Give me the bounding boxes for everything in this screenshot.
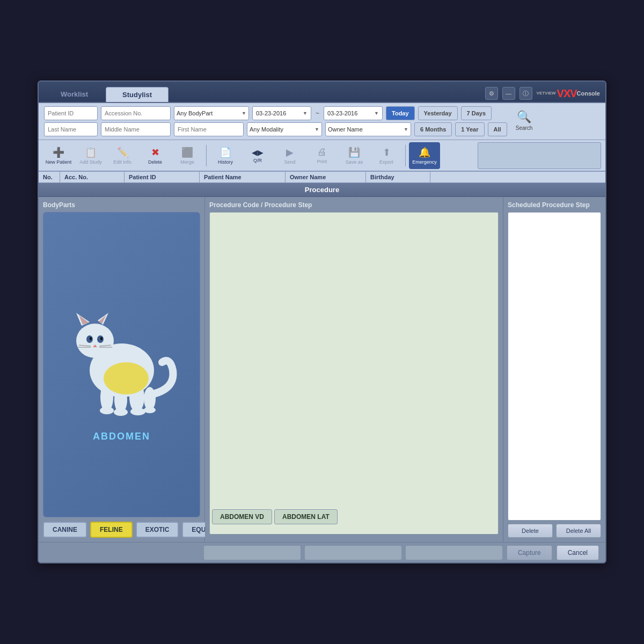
feline-tab[interactable]: FELINE [90, 522, 133, 538]
scheduled-list [508, 212, 601, 521]
merge-icon: ⬛ [181, 147, 193, 158]
minimize-button[interactable]: — [502, 87, 515, 100]
bodyparts-label: BodyParts [43, 201, 200, 209]
edit-info-label: Edit Info. [113, 159, 133, 165]
1year-button[interactable]: 1 Year [455, 122, 484, 136]
proc-code-items: ABDOMEN VD ABDOMEN LAT [210, 507, 498, 526]
ownername-dropdown[interactable]: Owner Name ▼ [325, 122, 411, 136]
bodypart-dropdown[interactable]: Any BodyPart ▼ [174, 106, 249, 120]
new-patient-button[interactable]: ➕ New Patient [43, 142, 74, 169]
brand-console: Console [577, 90, 600, 97]
search-row-1: Any BodyPart ▼ 03-23-2016 ▼ ~ 03-23-2016… [44, 106, 507, 120]
svg-point-7 [97, 335, 104, 343]
col-pname: Patient Name [200, 172, 286, 182]
proc-code-label: Procedure Code / Procedure Step [209, 201, 499, 209]
emergency-icon: 🔔 [419, 147, 430, 158]
search-bar: Any BodyPart ▼ 03-23-2016 ▼ ~ 03-23-2016… [39, 103, 605, 140]
proc-code-abdomen-lat[interactable]: ABDOMEN LAT [274, 509, 338, 524]
accession-no-input[interactable] [101, 106, 171, 120]
exotic-tab[interactable]: EXOTIC [136, 522, 179, 538]
svg-point-22 [114, 408, 128, 416]
svg-rect-15 [101, 354, 113, 365]
scheduled-label: Scheduled Procedure Step [508, 201, 601, 209]
sched-delete-button[interactable]: Delete [508, 524, 553, 538]
delete-label: Delete [148, 159, 162, 165]
svg-point-24 [144, 407, 156, 413]
send-button[interactable]: ▶ Send [274, 142, 305, 169]
add-study-icon: 📋 [85, 147, 97, 158]
toolbar-sep-1 [206, 145, 207, 166]
edit-info-button[interactable]: ✏️ Edit Info. [107, 142, 138, 169]
svg-point-23 [130, 408, 145, 415]
print-button[interactable]: 🖨 Print [306, 142, 338, 169]
col-acc: Acc. No. [60, 172, 125, 182]
canine-tab[interactable]: CANINE [43, 522, 87, 538]
lastname-input[interactable] [44, 122, 98, 136]
svg-point-21 [100, 407, 114, 414]
modality-dropdown[interactable]: Any Modality ▼ [247, 122, 322, 136]
tab-worklist[interactable]: Worklist [44, 86, 105, 102]
yesterday-button[interactable]: Yesterday [418, 106, 458, 120]
save-as-icon: 💾 [348, 147, 360, 158]
qr-icon: ◀▶ [252, 148, 264, 157]
cancel-button[interactable]: Cancel [557, 545, 599, 560]
procedure-title: Procedure [39, 183, 605, 197]
print-icon: 🖨 [317, 147, 327, 158]
search-row-2: Any Modality ▼ Owner Name ▼ 6 Months 1 Y… [44, 122, 507, 136]
save-as-button[interactable]: 💾 Save as [339, 142, 370, 169]
svg-point-8 [90, 337, 92, 340]
brand-vxv: VXV [557, 87, 577, 100]
col-bday: Birthday [366, 172, 430, 182]
toolbar-sep-2 [405, 145, 406, 166]
qr-label: Q/R [253, 158, 262, 163]
middlename-input[interactable] [101, 122, 171, 136]
bodyparts-panel: BodyParts [39, 197, 205, 542]
sched-delete-all-button[interactable]: Delete All [556, 524, 601, 538]
add-study-label: Add Study [79, 159, 102, 165]
new-patient-label: New Patient [46, 159, 72, 165]
bodypart-dropdown-arrow: ▼ [241, 111, 246, 116]
7days-button[interactable]: 7 Days [461, 106, 492, 120]
animal-name-label: ABDOMEN [93, 431, 150, 442]
proc-code-abdomen-vd[interactable]: ABDOMEN VD [212, 509, 272, 524]
bottom-progress-1 [204, 546, 301, 560]
tab-bar: Worklist Studylist ⚙ — ⓘ VETVIEW VXV Con… [39, 82, 605, 103]
history-icon: 📄 [219, 147, 231, 158]
export-icon: ⬆ [383, 147, 391, 158]
export-button[interactable]: ⬆ Export [371, 142, 402, 169]
history-button[interactable]: 📄 History [210, 142, 241, 169]
procedure-section: Procedure BodyParts [39, 183, 605, 542]
settings-button[interactable]: ⚙ [485, 87, 498, 100]
proc-code-empty-area [210, 213, 498, 507]
preview-panel [478, 142, 601, 169]
capture-button[interactable]: Capture [507, 545, 552, 560]
delete-button[interactable]: ✖ Delete [140, 142, 171, 169]
bottom-progress-2 [305, 546, 401, 560]
firstname-input[interactable] [174, 122, 244, 136]
search-button[interactable]: 🔍 Search [510, 106, 538, 134]
animal-type-tabs: CANINE FELINE EXOTIC EQUINE [43, 522, 200, 538]
date-to-input[interactable]: 03-23-2016 ▼ [324, 106, 383, 120]
all-button[interactable]: All [488, 122, 507, 136]
send-icon: ▶ [286, 147, 294, 158]
add-study-button[interactable]: 📋 Add Study [75, 142, 106, 169]
merge-button[interactable]: ⬛ Merge [172, 142, 203, 169]
today-button[interactable]: Today [386, 106, 415, 120]
tab-studylist[interactable]: Studylist [106, 87, 169, 102]
search-rows-wrapper: Any BodyPart ▼ 03-23-2016 ▼ ~ 03-23-2016… [44, 106, 600, 136]
date-from-input[interactable]: 03-23-2016 ▼ [252, 106, 311, 120]
info-button[interactable]: ⓘ [519, 87, 532, 100]
brand-logo: VETVIEW VXV Console [537, 87, 600, 100]
6months-button[interactable]: 6 Months [414, 122, 452, 136]
print-label: Print [317, 159, 327, 164]
patient-id-input[interactable] [44, 106, 98, 120]
search-magnifier-icon: 🔍 [517, 110, 531, 124]
col-pid: Patient ID [125, 172, 200, 182]
delete-icon: ✖ [151, 147, 159, 158]
svg-point-1 [76, 324, 114, 358]
tab-right-controls: ⚙ — ⓘ VETVIEW VXV Console [485, 87, 600, 102]
emergency-button[interactable]: 🔔 Emergency [409, 142, 440, 169]
qr-button[interactable]: ◀▶ Q/R [242, 142, 273, 169]
animal-svg [63, 287, 181, 427]
svg-point-6 [86, 335, 93, 343]
